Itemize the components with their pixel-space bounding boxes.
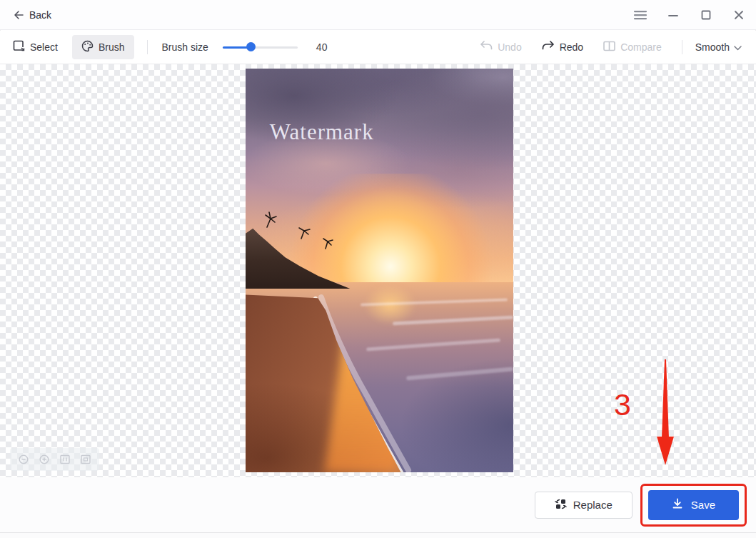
undo-button[interactable]: Undo bbox=[480, 41, 521, 54]
annotation-highlight-box: Save bbox=[640, 484, 747, 527]
canvas-image[interactable]: Watermark bbox=[246, 69, 513, 472]
back-label: Back bbox=[29, 9, 51, 21]
brush-size-slider[interactable] bbox=[223, 42, 298, 52]
brush-label: Brush bbox=[99, 41, 125, 53]
maximize-icon[interactable] bbox=[699, 8, 713, 22]
fit-screen-icon[interactable] bbox=[80, 454, 91, 465]
undo-label: Undo bbox=[498, 41, 521, 53]
slider-thumb[interactable] bbox=[246, 42, 256, 51]
undo-icon bbox=[480, 41, 493, 54]
titlebar: Back bbox=[0, 0, 756, 30]
brush-size-label: Brush size bbox=[162, 41, 208, 53]
fit-width-icon[interactable] bbox=[59, 454, 71, 465]
replace-label: Replace bbox=[573, 499, 613, 511]
brush-tool-button[interactable]: Brush bbox=[72, 35, 134, 59]
zoom-out-icon[interactable] bbox=[18, 454, 29, 465]
editor-canvas[interactable]: Watermark 3 bbox=[0, 64, 756, 477]
chevron-down-icon bbox=[734, 41, 742, 53]
footer-bar: Replace Save bbox=[0, 477, 756, 532]
download-icon bbox=[672, 498, 683, 512]
save-label: Save bbox=[691, 499, 715, 511]
app-window: Back Select bbox=[0, 0, 756, 538]
replace-button[interactable]: Replace bbox=[535, 492, 632, 519]
zoom-toolbar bbox=[10, 448, 99, 471]
save-button[interactable]: Save bbox=[648, 490, 739, 520]
replace-icon bbox=[555, 498, 567, 512]
window-bottom-strip bbox=[0, 532, 756, 538]
window-controls bbox=[633, 8, 746, 22]
select-icon bbox=[13, 40, 25, 54]
brush-size-value: 40 bbox=[316, 41, 332, 53]
toolbar-divider bbox=[147, 40, 148, 54]
compare-label: Compare bbox=[620, 41, 662, 53]
select-tool-button[interactable]: Select bbox=[13, 40, 58, 54]
smooth-dropdown[interactable]: Smooth bbox=[695, 41, 742, 53]
annotation-arrow-down bbox=[655, 359, 676, 469]
select-label: Select bbox=[30, 41, 58, 53]
smooth-label: Smooth bbox=[695, 41, 730, 53]
annotation-step-number: 3 bbox=[614, 387, 631, 422]
back-arrow-icon bbox=[13, 10, 24, 20]
redo-icon bbox=[542, 41, 555, 54]
redo-button[interactable]: Redo bbox=[542, 41, 583, 54]
zoom-in-icon[interactable] bbox=[39, 454, 50, 465]
watermark-text: Watermark bbox=[270, 119, 374, 145]
toolbar-divider bbox=[682, 40, 682, 54]
compare-button[interactable]: Compare bbox=[603, 41, 662, 54]
brush-palette-icon bbox=[81, 40, 94, 54]
menu-icon[interactable] bbox=[633, 8, 647, 22]
close-icon[interactable] bbox=[732, 8, 746, 22]
toolbar: Select Brush Brush size 40 U bbox=[0, 31, 756, 64]
compare-icon bbox=[603, 41, 615, 54]
redo-label: Redo bbox=[560, 41, 583, 53]
minimize-icon[interactable] bbox=[666, 8, 680, 22]
back-button[interactable]: Back bbox=[13, 9, 51, 21]
